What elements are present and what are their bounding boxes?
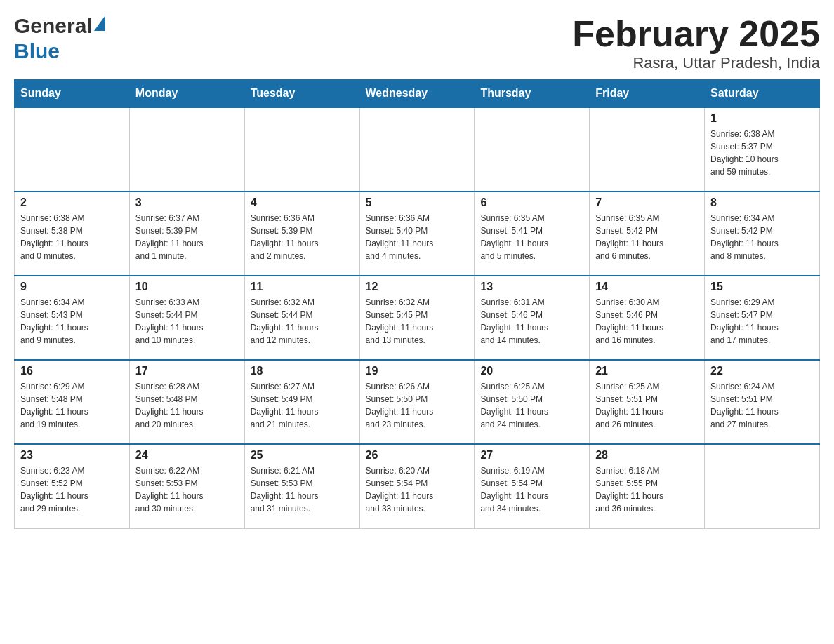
logo-general-text: General xyxy=(14,14,93,38)
header-sunday: Sunday xyxy=(15,80,130,108)
day-info: Sunrise: 6:25 AMSunset: 5:50 PMDaylight:… xyxy=(480,380,583,431)
table-row xyxy=(359,107,475,192)
day-number: 6 xyxy=(480,196,583,209)
day-info: Sunrise: 6:29 AMSunset: 5:47 PMDaylight:… xyxy=(710,296,814,347)
day-number: 1 xyxy=(710,112,814,125)
calendar-table: Sunday Monday Tuesday Wednesday Thursday… xyxy=(14,79,820,529)
header-saturday: Saturday xyxy=(705,80,820,108)
calendar-week-row: 16Sunrise: 6:29 AMSunset: 5:48 PMDayligh… xyxy=(15,360,820,444)
table-row xyxy=(590,107,705,192)
calendar-week-row: 9Sunrise: 6:34 AMSunset: 5:43 PMDaylight… xyxy=(15,276,820,360)
day-number: 4 xyxy=(251,196,354,209)
day-number: 24 xyxy=(135,449,239,462)
day-info: Sunrise: 6:26 AMSunset: 5:50 PMDaylight:… xyxy=(366,380,469,431)
day-info: Sunrise: 6:36 AMSunset: 5:40 PMDaylight:… xyxy=(366,212,469,262)
table-row: 24Sunrise: 6:22 AMSunset: 5:53 PMDayligh… xyxy=(129,444,244,528)
table-row: 1Sunrise: 6:38 AMSunset: 5:37 PMDaylight… xyxy=(705,107,820,192)
header-friday: Friday xyxy=(590,80,705,108)
table-row: 17Sunrise: 6:28 AMSunset: 5:48 PMDayligh… xyxy=(129,360,244,444)
logo: General Blue xyxy=(14,14,105,63)
day-info: Sunrise: 6:29 AMSunset: 5:48 PMDaylight:… xyxy=(20,380,124,431)
header-thursday: Thursday xyxy=(475,80,590,108)
day-number: 21 xyxy=(595,365,699,377)
day-number: 18 xyxy=(251,365,354,377)
day-info: Sunrise: 6:34 AMSunset: 5:42 PMDaylight:… xyxy=(710,212,814,262)
table-row: 19Sunrise: 6:26 AMSunset: 5:50 PMDayligh… xyxy=(359,360,475,444)
calendar-subtitle: Rasra, Uttar Pradesh, India xyxy=(572,54,820,72)
day-number: 23 xyxy=(20,449,124,462)
day-number: 26 xyxy=(366,449,469,462)
calendar-week-row: 1Sunrise: 6:38 AMSunset: 5:37 PMDaylight… xyxy=(15,107,820,192)
table-row: 25Sunrise: 6:21 AMSunset: 5:53 PMDayligh… xyxy=(244,444,359,528)
day-info: Sunrise: 6:25 AMSunset: 5:51 PMDaylight:… xyxy=(595,380,699,431)
day-info: Sunrise: 6:18 AMSunset: 5:55 PMDaylight:… xyxy=(595,464,699,515)
day-info: Sunrise: 6:35 AMSunset: 5:41 PMDaylight:… xyxy=(480,212,583,262)
logo-blue-text: Blue xyxy=(14,39,60,63)
day-number: 11 xyxy=(251,281,354,293)
day-number: 20 xyxy=(480,365,583,377)
table-row: 15Sunrise: 6:29 AMSunset: 5:47 PMDayligh… xyxy=(705,276,820,360)
day-number: 7 xyxy=(595,196,699,209)
calendar-header-row: Sunday Monday Tuesday Wednesday Thursday… xyxy=(15,80,820,108)
table-row xyxy=(475,107,590,192)
day-number: 28 xyxy=(595,449,699,462)
table-row: 26Sunrise: 6:20 AMSunset: 5:54 PMDayligh… xyxy=(359,444,475,528)
table-row: 23Sunrise: 6:23 AMSunset: 5:52 PMDayligh… xyxy=(15,444,130,528)
table-row: 3Sunrise: 6:37 AMSunset: 5:39 PMDaylight… xyxy=(129,192,244,276)
day-info: Sunrise: 6:32 AMSunset: 5:44 PMDaylight:… xyxy=(251,296,354,347)
table-row: 28Sunrise: 6:18 AMSunset: 5:55 PMDayligh… xyxy=(590,444,705,528)
day-info: Sunrise: 6:21 AMSunset: 5:53 PMDaylight:… xyxy=(251,464,354,515)
day-info: Sunrise: 6:24 AMSunset: 5:51 PMDaylight:… xyxy=(710,380,814,431)
table-row: 16Sunrise: 6:29 AMSunset: 5:48 PMDayligh… xyxy=(15,360,130,444)
day-info: Sunrise: 6:36 AMSunset: 5:39 PMDaylight:… xyxy=(251,212,354,262)
table-row: 7Sunrise: 6:35 AMSunset: 5:42 PMDaylight… xyxy=(590,192,705,276)
table-row: 4Sunrise: 6:36 AMSunset: 5:39 PMDaylight… xyxy=(244,192,359,276)
table-row: 11Sunrise: 6:32 AMSunset: 5:44 PMDayligh… xyxy=(244,276,359,360)
table-row: 12Sunrise: 6:32 AMSunset: 5:45 PMDayligh… xyxy=(359,276,475,360)
header-monday: Monday xyxy=(129,80,244,108)
table-row xyxy=(244,107,359,192)
day-number: 2 xyxy=(20,196,124,209)
calendar-title: February 2025 xyxy=(572,14,820,54)
calendar-week-row: 23Sunrise: 6:23 AMSunset: 5:52 PMDayligh… xyxy=(15,444,820,528)
table-row: 9Sunrise: 6:34 AMSunset: 5:43 PMDaylight… xyxy=(15,276,130,360)
table-row: 20Sunrise: 6:25 AMSunset: 5:50 PMDayligh… xyxy=(475,360,590,444)
table-row: 14Sunrise: 6:30 AMSunset: 5:46 PMDayligh… xyxy=(590,276,705,360)
day-info: Sunrise: 6:34 AMSunset: 5:43 PMDaylight:… xyxy=(20,296,124,347)
day-number: 12 xyxy=(366,281,469,293)
day-number: 5 xyxy=(366,196,469,209)
day-number: 9 xyxy=(20,281,124,293)
table-row xyxy=(705,444,820,528)
day-number: 15 xyxy=(710,281,814,293)
day-number: 17 xyxy=(135,365,239,377)
day-info: Sunrise: 6:22 AMSunset: 5:53 PMDaylight:… xyxy=(135,464,239,515)
table-row: 18Sunrise: 6:27 AMSunset: 5:49 PMDayligh… xyxy=(244,360,359,444)
day-number: 25 xyxy=(251,449,354,462)
day-info: Sunrise: 6:32 AMSunset: 5:45 PMDaylight:… xyxy=(366,296,469,347)
table-row: 22Sunrise: 6:24 AMSunset: 5:51 PMDayligh… xyxy=(705,360,820,444)
header-tuesday: Tuesday xyxy=(244,80,359,108)
day-info: Sunrise: 6:28 AMSunset: 5:48 PMDaylight:… xyxy=(135,380,239,431)
day-info: Sunrise: 6:37 AMSunset: 5:39 PMDaylight:… xyxy=(135,212,239,262)
day-info: Sunrise: 6:20 AMSunset: 5:54 PMDaylight:… xyxy=(366,464,469,515)
day-info: Sunrise: 6:23 AMSunset: 5:52 PMDaylight:… xyxy=(20,464,124,515)
table-row: 27Sunrise: 6:19 AMSunset: 5:54 PMDayligh… xyxy=(475,444,590,528)
page-header: General Blue February 2025 Rasra, Uttar … xyxy=(14,14,820,72)
day-info: Sunrise: 6:31 AMSunset: 5:46 PMDaylight:… xyxy=(480,296,583,347)
day-info: Sunrise: 6:33 AMSunset: 5:44 PMDaylight:… xyxy=(135,296,239,347)
day-number: 3 xyxy=(135,196,239,209)
day-number: 27 xyxy=(480,449,583,462)
table-row: 10Sunrise: 6:33 AMSunset: 5:44 PMDayligh… xyxy=(129,276,244,360)
title-block: February 2025 Rasra, Uttar Pradesh, Indi… xyxy=(572,14,820,72)
day-info: Sunrise: 6:30 AMSunset: 5:46 PMDaylight:… xyxy=(595,296,699,347)
table-row: 8Sunrise: 6:34 AMSunset: 5:42 PMDaylight… xyxy=(705,192,820,276)
day-number: 13 xyxy=(480,281,583,293)
day-info: Sunrise: 6:27 AMSunset: 5:49 PMDaylight:… xyxy=(251,380,354,431)
table-row: 2Sunrise: 6:38 AMSunset: 5:38 PMDaylight… xyxy=(15,192,130,276)
table-row xyxy=(129,107,244,192)
day-info: Sunrise: 6:38 AMSunset: 5:37 PMDaylight:… xyxy=(710,128,814,178)
day-info: Sunrise: 6:38 AMSunset: 5:38 PMDaylight:… xyxy=(20,212,124,262)
logo-triangle-icon xyxy=(94,15,105,31)
day-number: 8 xyxy=(710,196,814,209)
day-number: 19 xyxy=(366,365,469,377)
